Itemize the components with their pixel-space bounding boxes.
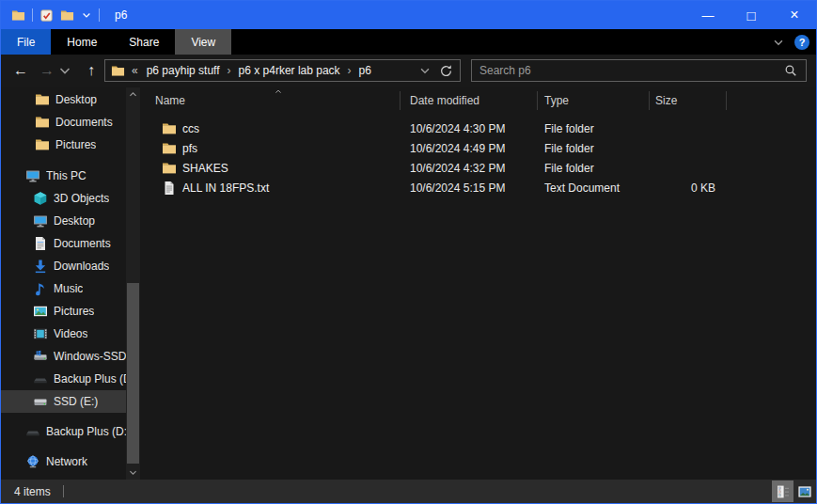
external-drive-icon <box>33 371 48 386</box>
help-button[interactable]: ? <box>794 35 809 50</box>
sidebar-item-label: Backup Plus (D:) <box>46 425 126 438</box>
sidebar-item-backup-plus-child[interactable]: Backup Plus (D <box>1 368 126 390</box>
ssd-drive-icon <box>33 394 48 409</box>
close-icon: × <box>790 7 798 24</box>
maximize-button[interactable]: □ <box>730 1 773 29</box>
folder-icon[interactable] <box>11 8 25 23</box>
close-button[interactable]: × <box>773 1 816 29</box>
sidebar-item-label: Pictures <box>55 138 96 151</box>
breadcrumb-item[interactable]: p6 payhip stuff <box>147 64 220 77</box>
up-button[interactable]: ↑ <box>80 59 102 82</box>
expand-ribbon-chevron-icon[interactable] <box>772 36 785 49</box>
search-box <box>471 59 807 82</box>
breadcrumb-item[interactable]: p6 x p4rker lab pack <box>239 64 340 77</box>
file-name: ALL IN 18FPS.txt <box>182 181 269 195</box>
sidebar-item-downloads[interactable]: Downloads <box>1 255 126 277</box>
details-view-icon <box>776 484 791 499</box>
folder-icon[interactable] <box>60 8 74 23</box>
sidebar-item-this-pc[interactable]: This PC <box>1 165 126 187</box>
sidebar-item-3d-objects[interactable]: 3D Objects <box>1 187 126 210</box>
scroll-up-button[interactable] <box>126 87 140 102</box>
navigation-bar: ← → ↑ « p6 payhip stuff › p6 x p4rker la… <box>1 55 816 87</box>
forward-arrow-icon: → <box>39 62 55 79</box>
file-row-ccs[interactable]: ccs 10/6/2024 4:30 PM File folder <box>140 118 816 138</box>
music-note-icon <box>33 281 48 296</box>
external-drive-icon <box>25 424 40 439</box>
sidebar-item-pictures[interactable]: Pictures <box>1 300 126 323</box>
details-view-button[interactable] <box>772 480 793 502</box>
column-header-date-modified[interactable]: Date modified <box>401 91 538 110</box>
back-arrow-icon: ← <box>13 62 28 79</box>
file-row-all-in-18fps-txt[interactable]: ALL IN 18FPS.txt 10/6/2024 5:15 PM Text … <box>140 178 816 197</box>
column-header-label: Name <box>155 94 185 107</box>
status-separator <box>63 485 64 497</box>
column-header-size[interactable]: Size <box>650 91 727 110</box>
breadcrumb-item[interactable]: p6 <box>359 64 371 77</box>
sidebar-item-ssd-e[interactable]: SSD (E:) <box>1 390 126 413</box>
ribbon-tab-bar: File Home Share View ? <box>1 29 816 55</box>
breadcrumb-separator: › <box>228 64 231 77</box>
minimize-icon: — <box>702 8 715 23</box>
column-header-row: Name Date modified Type Size <box>140 87 816 114</box>
file-type: Text Document <box>538 181 650 195</box>
download-arrow-icon <box>33 259 48 274</box>
column-header-label: Size <box>655 94 677 107</box>
sort-ascending-icon <box>273 87 284 96</box>
tab-share[interactable]: Share <box>113 29 175 55</box>
minimize-button[interactable]: — <box>686 1 730 29</box>
column-header-name[interactable]: Name <box>140 91 401 110</box>
search-input[interactable] <box>472 64 784 77</box>
sidebar-item-windows-ssd[interactable]: Windows-SSD ( <box>1 345 126 368</box>
thumbnails-view-button[interactable] <box>793 480 815 502</box>
status-bar: 4 items <box>1 480 816 503</box>
sidebar-item-pictures-pinned[interactable]: Pictures <box>1 134 126 156</box>
sidebar-item-documents-pinned[interactable]: Documents <box>1 111 126 134</box>
breadcrumb-overflow[interactable]: « <box>132 64 138 77</box>
file-row-pfs[interactable]: pfs 10/6/2024 4:49 PM File folder <box>140 138 816 158</box>
chevron-down-icon <box>128 467 138 478</box>
tab-file[interactable]: File <box>1 29 51 55</box>
file-date-modified: 10/6/2024 5:15 PM <box>401 181 538 195</box>
file-explorer-window: p6 — □ × File Home Share View ? ← → ↑ « … <box>0 0 817 504</box>
tab-view[interactable]: View <box>175 29 231 55</box>
sidebar-item-documents[interactable]: Documents <box>1 232 126 255</box>
document-icon <box>33 236 48 251</box>
file-name: ccs <box>182 122 199 135</box>
back-button[interactable]: ← <box>9 59 32 82</box>
text-file-icon <box>162 181 177 196</box>
sidebar-item-music[interactable]: Music <box>1 277 126 300</box>
sidebar-item-network[interactable]: Network <box>1 450 126 473</box>
sidebar-item-label: Backup Plus (D <box>54 372 126 386</box>
folder-icon <box>35 92 50 107</box>
sidebar-item-videos[interactable]: Videos <box>1 323 126 345</box>
address-bar[interactable]: « p6 payhip stuff › p6 x p4rker lab pack… <box>104 59 461 82</box>
video-icon <box>33 326 48 341</box>
sidebar-item-backup-plus-root[interactable]: Backup Plus (D:) <box>1 420 126 443</box>
folder-icon <box>35 137 50 152</box>
scrollbar-thumb[interactable] <box>127 283 139 464</box>
file-name: SHAKES <box>182 162 228 175</box>
sidebar-item-label: Network <box>46 455 87 468</box>
network-icon <box>25 454 40 469</box>
scroll-down-button[interactable] <box>126 465 140 480</box>
file-list-pane: Name Date modified Type Size ccs 10/6/20… <box>140 87 816 480</box>
sidebar-item-desktop-pinned[interactable]: Desktop <box>1 88 126 111</box>
maximize-icon: □ <box>746 8 755 23</box>
tab-home[interactable]: Home <box>51 29 113 55</box>
refresh-icon[interactable] <box>439 64 453 78</box>
forward-button[interactable]: → <box>36 59 58 82</box>
checkbox-icon[interactable] <box>39 8 54 23</box>
recent-locations-chevron-icon[interactable] <box>57 63 72 78</box>
folder-icon <box>35 115 50 130</box>
monitor-icon <box>33 213 48 228</box>
sidebar-scrollbar[interactable] <box>126 87 140 480</box>
sidebar-item-desktop[interactable]: Desktop <box>1 210 126 232</box>
address-dropdown-chevron-icon[interactable] <box>418 64 432 77</box>
file-row-shakes[interactable]: SHAKES 10/6/2024 4:32 PM File folder <box>140 158 816 178</box>
folder-icon <box>162 121 177 136</box>
chevron-up-icon <box>128 89 138 100</box>
search-icon[interactable] <box>784 64 797 77</box>
column-header-type[interactable]: Type <box>538 91 650 110</box>
chevron-down-icon[interactable] <box>81 9 92 21</box>
toolbar-separator <box>32 8 33 22</box>
